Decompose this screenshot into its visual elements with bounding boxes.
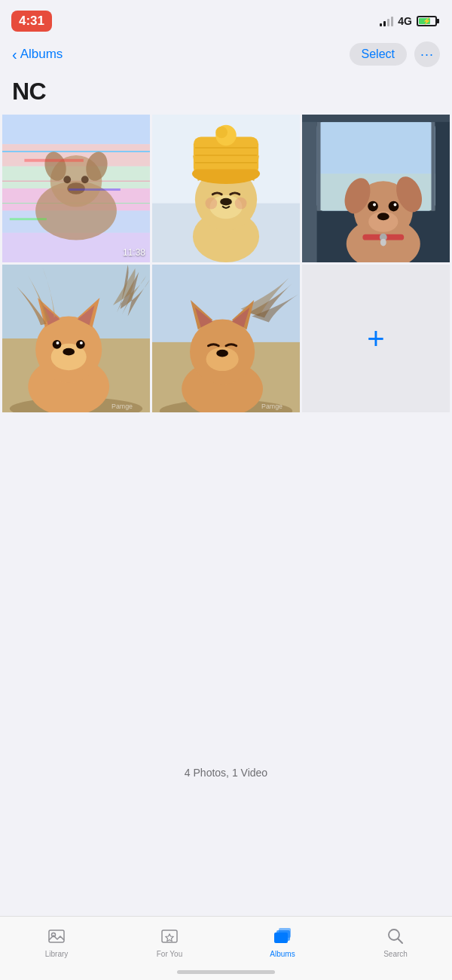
battery-icon: ⚡: [417, 16, 437, 26]
tab-library[interactable]: Library: [0, 923, 113, 961]
svg-rect-18: [69, 188, 121, 191]
tab-for-you[interactable]: For You: [113, 923, 226, 961]
photo-cell-5[interactable]: Pamge: [152, 265, 300, 412]
network-type: 4G: [398, 15, 412, 27]
photo-cell-2[interactable]: [152, 115, 300, 262]
photo-grid: 11:38: [0, 115, 452, 412]
svg-point-60: [380, 239, 386, 247]
svg-point-57: [377, 213, 389, 220]
photo-cell-4[interactable]: Pamge: [2, 265, 150, 412]
svg-text:Pamge: Pamge: [261, 403, 282, 410]
albums-icon: [272, 926, 293, 947]
svg-point-34: [215, 127, 228, 139]
nav-actions: Select ···: [350, 41, 440, 67]
chevron-left-icon: ‹: [12, 47, 17, 62]
search-icon: [385, 926, 406, 947]
svg-text:Pamge: Pamge: [111, 403, 133, 410]
svg-point-54: [389, 201, 399, 212]
svg-rect-91: [162, 930, 177, 942]
svg-point-74: [80, 341, 83, 345]
back-button[interactable]: ‹ Albums: [12, 47, 63, 62]
svg-point-75: [63, 348, 75, 356]
svg-line-97: [399, 939, 403, 944]
albums-label: Albums: [270, 950, 295, 958]
signal-icon: [380, 16, 393, 26]
more-button[interactable]: ···: [414, 41, 440, 67]
search-label: Search: [383, 950, 408, 958]
add-icon: +: [367, 323, 384, 354]
svg-rect-46: [317, 122, 321, 211]
svg-point-55: [373, 204, 376, 207]
svg-point-14: [63, 176, 71, 183]
status-time: 4:31: [11, 11, 52, 32]
tab-search[interactable]: Search: [339, 923, 452, 961]
photo-count: 4 Photos, 1 Video: [0, 752, 452, 794]
add-photo-cell[interactable]: +: [302, 265, 450, 412]
status-bar: 4:31 4G ⚡: [0, 0, 452, 38]
svg-rect-89: [49, 930, 64, 942]
svg-point-56: [394, 204, 397, 207]
svg-rect-19: [10, 218, 47, 220]
svg-rect-1: [2, 115, 150, 144]
svg-point-53: [368, 201, 378, 212]
svg-rect-17: [24, 159, 83, 162]
for-you-label: For You: [157, 950, 182, 958]
svg-rect-45: [302, 115, 450, 122]
svg-point-73: [56, 341, 60, 345]
svg-point-15: [81, 176, 89, 183]
status-right: 4G ⚡: [380, 15, 437, 27]
photo-timestamp-1: 11:38: [123, 247, 145, 258]
svg-point-87: [216, 350, 228, 357]
svg-point-29: [220, 198, 232, 206]
album-title: NC: [0, 75, 452, 115]
svg-rect-44: [302, 115, 317, 262]
tab-albums[interactable]: Albums: [226, 923, 339, 961]
svg-rect-94: [279, 928, 291, 938]
library-label: Library: [45, 950, 69, 958]
for-you-icon: [159, 926, 180, 947]
svg-point-71: [53, 340, 62, 349]
svg-point-39: [235, 198, 247, 210]
library-icon: [46, 926, 67, 947]
back-label: Albums: [20, 47, 63, 62]
empty-space: [0, 412, 452, 752]
svg-rect-47: [432, 122, 435, 211]
photo-cell-1[interactable]: 11:38: [2, 115, 150, 262]
svg-point-38: [206, 198, 218, 210]
select-button[interactable]: Select: [350, 43, 407, 66]
home-indicator: [177, 970, 275, 974]
nav-bar: ‹ Albums Select ···: [0, 38, 452, 75]
svg-rect-32: [194, 170, 258, 177]
photo-cell-3[interactable]: [302, 115, 450, 262]
svg-point-72: [76, 340, 85, 349]
main-content: NC: [0, 75, 452, 801]
